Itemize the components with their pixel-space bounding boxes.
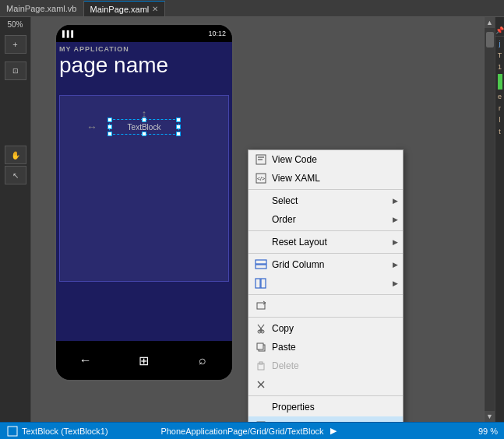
submenu-arrow: ▶	[393, 197, 398, 205]
phone-signal: ▌▌▌	[62, 30, 76, 37]
menu-item-label: Order	[272, 214, 393, 225]
tab-mainpage-xaml[interactable]: MainPage.xaml ✕	[84, 1, 166, 16]
tab-bar: MainPage.xaml.vb MainPage.xaml ✕	[0, 0, 504, 17]
separator	[248, 253, 403, 254]
handle-bl	[107, 132, 112, 136]
status-element: TextBlock (TextBlock1)	[22, 427, 157, 436]
tab-mainpage-vb[interactable]: MainPage.xaml.vb	[0, 1, 84, 16]
separator	[248, 294, 403, 295]
copy-icon	[253, 339, 269, 355]
grid-column-icon	[253, 276, 269, 291]
menu-item-switch-landscape[interactable]	[248, 297, 403, 315]
menu-item-label: Copy	[272, 323, 398, 334]
rotate-icon	[253, 298, 269, 314]
canvas-area[interactable]: ▌▌▌ 10:12 MY APPLICATION page name	[31, 17, 484, 422]
menu-item-label: View XAML	[272, 173, 398, 184]
menu-item-label: Paste	[272, 342, 398, 353]
grid-row-icon	[253, 257, 269, 272]
zoom-in-button[interactable]: +	[5, 35, 26, 54]
phone-back-button[interactable]: ←	[74, 349, 97, 372]
cut-icon	[253, 321, 269, 336]
scroll-down-button[interactable]: ▼	[485, 411, 495, 422]
menu-item-select[interactable]: Select ▶	[248, 191, 403, 210]
status-path: PhoneApplicationPage/Grid/Grid/TextBlock	[160, 427, 323, 436]
right-panel-top-controls: 📌	[495, 25, 504, 37]
document-outline-icon	[253, 399, 269, 415]
menu-item-label: Select	[272, 195, 393, 206]
menu-item-cut[interactable]: Copy	[248, 319, 403, 338]
selection-handles: ↕ ↔ TextBlock	[109, 119, 179, 135]
svg-rect-7	[256, 279, 260, 288]
status-icon	[6, 425, 19, 437]
menu-item-copy[interactable]: Paste	[248, 338, 403, 356]
submenu-arrow: ▶	[393, 216, 398, 223]
phone-content-area: ↕ ↔ TextBlock	[59, 95, 229, 282]
char-item: 1	[498, 61, 502, 72]
scroll-thumb[interactable]	[486, 32, 494, 47]
status-bar: TextBlock (TextBlock1) PhoneApplicationP…	[0, 422, 504, 439]
handle-lm	[107, 125, 112, 129]
menu-item-label: View Code	[272, 154, 398, 165]
phone-bottom-bar: ← ⊞ ⌕	[56, 341, 232, 380]
pin-icon[interactable]: 📌	[495, 26, 504, 34]
separator	[248, 189, 403, 190]
phone-status-bar: ▌▌▌ 10:12	[56, 25, 232, 42]
menu-item-view-xaml[interactable]: </> View XAML	[248, 169, 403, 188]
phone-time: 10:12	[208, 30, 226, 37]
svg-rect-8	[261, 279, 266, 288]
view-xaml-icon: </>	[253, 170, 269, 186]
handle-rm	[176, 125, 181, 129]
handle-br	[176, 132, 181, 136]
view-code-icon	[253, 152, 269, 167]
menu-item-reset-layout[interactable]: Reset Layout ▶	[248, 233, 403, 251]
textblock-label: TextBlock	[128, 123, 161, 132]
char-item: e	[498, 91, 502, 102]
green-indicator	[498, 74, 502, 90]
tab-label: MainPage.xaml	[90, 5, 150, 14]
properties-arrow-icon: ➤	[411, 416, 425, 422]
vertical-scrollbar[interactable]: ▲ ▼	[484, 17, 495, 422]
separator	[248, 395, 403, 396]
submenu-arrow: ▶	[393, 279, 398, 287]
menu-item-grid-row[interactable]: Grid Column ▶	[248, 255, 403, 274]
scroll-up-button[interactable]: ▲	[485, 17, 495, 28]
pan-tool[interactable]: ✋	[5, 146, 26, 164]
select-icon	[253, 193, 269, 209]
menu-item-order[interactable]: Order ▶	[248, 210, 403, 229]
phone-search-button[interactable]: ⌕	[191, 349, 214, 372]
menu-item-delete[interactable]	[248, 375, 403, 394]
svg-rect-22	[8, 427, 17, 436]
paste-icon	[253, 358, 269, 374]
scroll-track	[486, 28, 494, 411]
svg-rect-13	[257, 343, 263, 349]
tab-label: MainPage.xaml.vb	[6, 4, 77, 13]
submenu-arrow: ▶	[393, 261, 398, 269]
menu-item-grid-column[interactable]: ▶	[248, 274, 403, 293]
handle-bm	[142, 132, 146, 136]
menu-item-label: Grid Column	[272, 259, 393, 270]
menu-item-properties[interactable]: ➤	[248, 416, 403, 422]
main-layout: 50% + ⊡ ✋ ↖ ▌▌▌ 10:12 MY APPLICATION pag…	[0, 17, 504, 422]
menu-item-document-outline[interactable]: Properties	[248, 398, 403, 416]
svg-rect-6	[256, 265, 266, 269]
separator	[248, 317, 403, 318]
tab-close-icon[interactable]: ✕	[152, 5, 158, 13]
svg-text:</>: </>	[257, 176, 265, 181]
char-items: j T 1 e r l t	[495, 37, 504, 419]
phone-windows-button[interactable]: ⊞	[132, 349, 156, 372]
char-list-panel: 📌 j T 1 e r l t	[495, 17, 504, 422]
resize-arrow-up: ↕	[142, 107, 147, 120]
order-icon	[253, 212, 269, 227]
svg-rect-5	[256, 260, 266, 264]
select-tool[interactable]: ↖	[5, 166, 26, 184]
phone-app-title: MY APPLICATION	[59, 45, 229, 53]
handle-tl	[107, 118, 112, 122]
phone-page-name: page name	[59, 53, 229, 78]
reset-layout-icon	[253, 234, 269, 250]
fit-page-button[interactable]: ⊡	[5, 61, 26, 80]
char-item: t	[499, 126, 501, 137]
properties-icon	[253, 418, 269, 422]
menu-item-label: Reset Layout	[272, 237, 393, 248]
menu-item-view-code[interactable]: View Code	[248, 150, 403, 169]
menu-item-paste[interactable]: Delete	[248, 356, 403, 375]
